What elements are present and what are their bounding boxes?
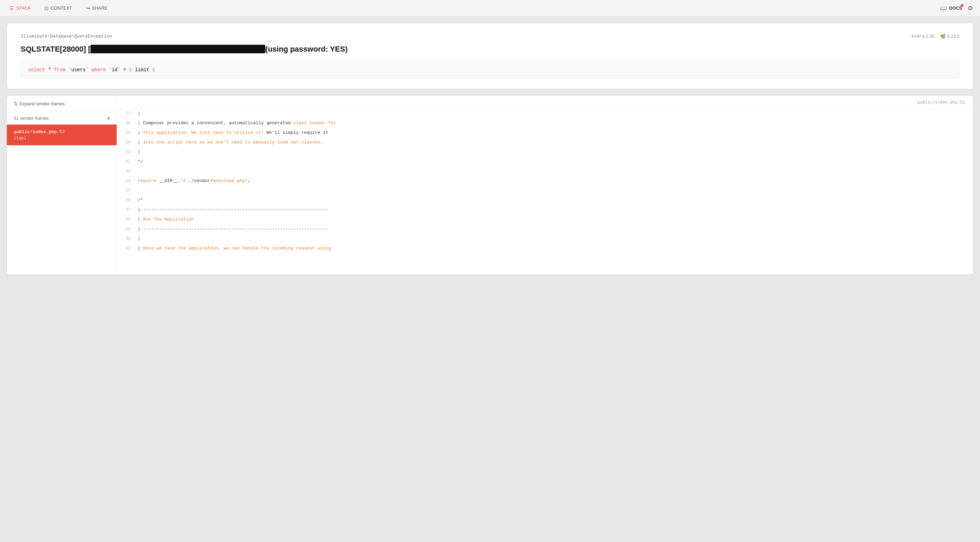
vendor-frames-count: 51 vendor frames [14, 116, 49, 121]
code-line-38: 38 | Run The Application [117, 215, 973, 225]
php-version: PHP 8.1.20 [912, 34, 935, 39]
stack-label: STACK [16, 5, 30, 11]
code-file-ref: public/index.php:52 [918, 100, 965, 105]
context-label: CONTEXT [51, 5, 72, 11]
code-line-31: 31 | [117, 148, 973, 157]
line-num-27: 27 [117, 109, 138, 119]
line-content-32: */ [138, 157, 973, 167]
active-frame-item[interactable]: public/index.php:52 [top] [7, 125, 117, 146]
line-content-41: | Once we have the application, we can h… [138, 244, 973, 254]
share-icon: ↪ [86, 5, 90, 11]
line-num-41: 41 [117, 244, 138, 254]
docs-button[interactable]: 📖 DOCS [940, 5, 962, 11]
line-num-31: 31 [117, 148, 138, 157]
code-header: public/index.php:52 [117, 96, 973, 109]
line-content-39: |---------------------------------------… [138, 225, 973, 234]
docs-badge [961, 4, 964, 7]
line-content-40: | [138, 234, 973, 244]
line-num-39: 39 [117, 225, 138, 234]
docs-icon: 📖 [940, 5, 947, 11]
settings-icon[interactable]: ⚙ [967, 5, 973, 12]
exception-header: Illuminate\Database\QueryException PHP 8… [21, 34, 959, 39]
code-line-37: 37 |------------------------------------… [117, 205, 973, 215]
version-info: PHP 8.1.20 🌿 9.23.0 [912, 34, 959, 39]
expand-vendor-label: Expand vendor frames [20, 101, 65, 106]
line-num-35: 35 [117, 186, 138, 196]
code-line-35: 35 [117, 186, 973, 196]
expand-vendor-button[interactable]: ⇅ Expand vendor frames [7, 96, 117, 112]
active-frame-path: public/index.php:52 [14, 129, 110, 135]
line-num-34: 34 [117, 176, 138, 186]
line-num-36: 36 [117, 196, 138, 205]
stack-right-panel: public/index.php:52 27 | 28 | Composer p… [117, 96, 973, 275]
line-num-33: 33 [117, 167, 138, 176]
line-num-40: 40 [117, 234, 138, 244]
line-content-33 [138, 167, 973, 176]
stack-left-panel: ⇅ Expand vendor frames 51 vendor frames … [7, 96, 117, 275]
main-content: Illuminate\Database\QueryException PHP 8… [0, 16, 980, 281]
sql-where: where [92, 67, 106, 73]
context-nav-item[interactable]: ⊡ CONTEXT [41, 4, 75, 13]
active-frame-tag: [top] [14, 135, 110, 140]
sql-number-1: 1 [129, 67, 132, 73]
code-line-29: 29 | this application. We just need to u… [117, 128, 973, 138]
sql-number-2: 1 [152, 67, 155, 73]
nav-left: ☰ STACK ⊡ CONTEXT ↪ SHARE [7, 4, 110, 13]
code-line-41: 41 | Once we have the application, we ca… [117, 244, 973, 254]
code-line-39: 39 |------------------------------------… [117, 225, 973, 234]
line-num-32: 32 [117, 157, 138, 167]
line-content-34: require __DIR__.'/../vendor/autoload.php… [138, 176, 973, 186]
line-num-37: 37 [117, 205, 138, 215]
error-card: Illuminate\Database\QueryException PHP 8… [7, 24, 973, 89]
share-label: SHARE [92, 5, 108, 11]
sql-from: from [54, 67, 66, 73]
laravel-icon: 🌿 [940, 34, 946, 39]
expand-vendor-icon: ⇅ [14, 101, 18, 106]
code-line-30: 30 | into the script here so we don't ne… [117, 138, 973, 148]
code-line-36: 36 /* [117, 196, 973, 205]
sql-table: `users` [68, 67, 92, 73]
line-num-28: 28 [117, 119, 138, 128]
line-content-31: | [138, 148, 973, 157]
sql-block: select * from `users` where `id` = 1 lim… [21, 61, 959, 78]
context-icon: ⊡ [45, 5, 49, 11]
error-message-prefix: SQLSTATE[28000] [ [21, 45, 91, 53]
line-content-30: | into the script here so we don't need … [138, 138, 973, 148]
code-line-34: 34 require __DIR__.'/../vendor/autoload.… [117, 176, 973, 186]
line-content-27: | [138, 109, 973, 119]
error-message-suffix: (using password: YES) [265, 45, 348, 53]
error-message-redacted: 1045] Access denied for user 'forge'@'lo… [91, 45, 265, 53]
line-num-29: 29 [117, 128, 138, 138]
code-line-28: 28 | Composer provides a convenient, aut… [117, 119, 973, 128]
vendor-frames-header[interactable]: 51 vendor frames ▾ [7, 112, 117, 125]
share-nav-item[interactable]: ↪ SHARE [83, 4, 110, 13]
laravel-version-text: 9.23.0 [947, 34, 959, 39]
code-view[interactable]: 27 | 28 | Composer provides a convenient… [117, 109, 973, 275]
active-frame-colon: : [57, 129, 59, 135]
line-content-36: /* [138, 196, 973, 205]
active-frame-line: 52 [59, 129, 65, 135]
line-content-38: | Run The Application [138, 215, 973, 225]
vendor-frames-chevron: ▾ [107, 116, 110, 121]
line-content-35 [138, 186, 973, 196]
line-content-28: | Composer provides a convenient, automa… [138, 119, 973, 128]
sql-select: select [28, 67, 45, 73]
line-num-30: 30 [117, 138, 138, 148]
code-line-33: 33 [117, 167, 973, 176]
stack-icon: ☰ [10, 5, 14, 11]
line-content-37: |---------------------------------------… [138, 205, 973, 215]
laravel-version: 🌿 9.23.0 [940, 34, 959, 39]
stack-area: ⇅ Expand vendor frames 51 vendor frames … [7, 96, 973, 275]
nav-right: 📖 DOCS ⚙ [940, 5, 973, 12]
sql-limit-kw: limit [135, 67, 152, 73]
code-line-40: 40 | [117, 234, 973, 244]
code-line-27: 27 | [117, 109, 973, 119]
exception-class: Illuminate\Database\QueryException [21, 34, 112, 39]
docs-label: DOCS [949, 5, 962, 11]
line-num-38: 38 [117, 215, 138, 225]
error-message: SQLSTATE[28000] [1045] Access denied for… [21, 45, 959, 54]
code-line-32: 32 */ [117, 157, 973, 167]
stack-nav-item[interactable]: ☰ STACK [7, 4, 33, 13]
line-content-29: | this application. We just need to util… [138, 128, 973, 138]
top-navigation: ☰ STACK ⊡ CONTEXT ↪ SHARE 📖 DOCS ⚙ [0, 0, 980, 16]
